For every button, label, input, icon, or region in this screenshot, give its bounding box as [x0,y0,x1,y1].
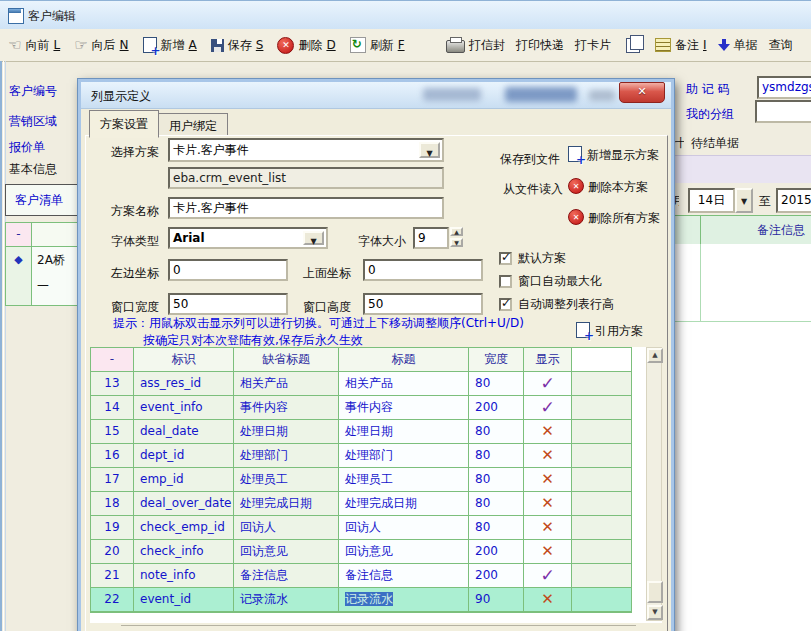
toolbar-save[interactable]: 保存S [211,29,264,61]
grid-cell[interactable]: 处理日期 [339,420,469,444]
toolbar-document[interactable]: 单据 [718,29,758,61]
checkbox-default-plan[interactable]: ✓ 默认方案 [499,250,566,267]
grid-cell[interactable]: 处理员工 [234,468,339,492]
top-coord-input[interactable]: 0 [363,259,483,281]
spin-up-button[interactable]: ▲ [450,227,463,236]
grid-cell[interactable]: 处理日期 [234,420,339,444]
grid-cell[interactable]: ✕ [524,540,572,564]
grid-cell[interactable]: ✓ [524,564,572,588]
grid-cell[interactable]: 200 [469,564,524,588]
grid-cell[interactable]: 21 [91,564,134,588]
toolbar-remark[interactable]: 备注I [655,29,707,61]
grid-cell[interactable]: 事件内容 [234,396,339,420]
read-from-file-button[interactable]: 从文件读入 [503,181,563,198]
grid-cell[interactable]: 处理员工 [339,468,469,492]
toolbar-print-envelope[interactable]: 打信封 [446,29,505,61]
grid-cell[interactable]: 备注信息 [339,564,469,588]
column-config-row[interactable]: 20check_info回访意见回访意见200✕ [91,540,631,564]
save-to-file-button[interactable]: 保存到文件 [500,151,560,168]
toolbar-query[interactable]: 查询 [769,29,793,61]
grid-cell[interactable]: 处理部门 [234,444,339,468]
toolbar-delete[interactable]: 删除D [277,29,335,61]
mnemonic-input[interactable]: ysmdzgs [757,76,811,99]
grid-cell[interactable]: 记录流水 [339,588,469,612]
grid-cell[interactable]: deal_date [134,420,234,444]
chevron-down-icon[interactable] [419,142,440,158]
grid-cell[interactable]: 事件内容 [339,396,469,420]
grid-cell[interactable] [572,564,631,588]
grid-cell[interactable]: dept_id [134,444,234,468]
grid-cell[interactable]: 回访人 [234,516,339,540]
grid-cell[interactable]: event_info [134,396,234,420]
toolbar-print-express[interactable]: 打印快递 [516,29,564,61]
column-config-row[interactable]: 21note_info备注信息备注信息200✓ [91,564,631,588]
grid-cell[interactable]: 回访意见 [234,540,339,564]
grid-cell[interactable] [572,588,631,612]
grid-cell[interactable]: 处理完成日期 [339,492,469,516]
row-marker-cell[interactable]: ◆ [5,246,32,306]
grid-cell[interactable] [572,540,631,564]
grid-cell[interactable]: 回访意见 [339,540,469,564]
grid-cell[interactable]: 相关产品 [339,372,469,396]
column-config-row[interactable]: 18deal_over_date处理完成日期处理完成日期80✕ [91,492,631,516]
grid-cell[interactable]: check_info [134,540,234,564]
toolbar-backward[interactable]: 向后N [74,29,128,61]
column-config-row[interactable]: 14event_info事件内容事件内容200✓ [91,396,631,420]
grid-cell[interactable]: 22 [91,588,134,612]
add-display-plan-button[interactable]: 新增显示方案 [568,146,659,164]
grid-header-cell[interactable]: - [91,348,134,372]
delete-all-plans-button[interactable]: 删除所有方案 [568,209,660,227]
grid-header-cell[interactable]: 标识 [134,348,234,372]
grid-cell[interactable]: 200 [469,396,524,420]
scroll-down-button[interactable]: ▼ [647,605,663,620]
toolbar-add[interactable]: 新增A [143,29,197,61]
grid-cell[interactable]: ✕ [524,516,572,540]
close-button[interactable]: ✕ [619,82,665,103]
column-config-row[interactable]: 15deal_date处理日期处理日期80✕ [91,420,631,444]
toolbar-print-card[interactable]: 打卡片 [575,29,611,61]
grid-cell[interactable]: check_emp_id [134,516,234,540]
grid-header-cell[interactable]: 显示 [524,348,572,372]
grid-cell[interactable] [572,396,631,420]
grid-header-cell[interactable]: 标题 [339,348,469,372]
grid-cell[interactable]: 17 [91,468,134,492]
delete-plan-button[interactable]: 删除本方案 [568,178,648,196]
grid-cell[interactable]: ✕ [524,588,572,612]
grid-cell[interactable]: ✕ [524,444,572,468]
toolbar-copy-pages[interactable] [622,29,644,61]
grid-cell[interactable] [572,468,631,492]
grid-cell[interactable]: 记录流水 [234,588,339,612]
grid-cell[interactable]: deal_over_date [134,492,234,516]
grid-cell[interactable]: 15 [91,420,134,444]
grid-cell[interactable]: ✕ [524,492,572,516]
grid-cell[interactable]: event_id [134,588,234,612]
grid-cell[interactable]: note_info [134,564,234,588]
grid-cell[interactable]: 80 [469,468,524,492]
checkbox-auto-maximize[interactable]: ✓ 窗口自动最大化 [499,273,602,290]
column-config-row[interactable]: 17emp_id处理员工处理员工80✕ [91,468,631,492]
grid-header-row[interactable]: -标识缺省标题标题宽度显示 [91,348,631,372]
font-size-input[interactable]: 9 [413,227,449,249]
grid-cell[interactable]: 18 [91,492,134,516]
grid-cell[interactable]: 80 [469,516,524,540]
spin-down-button[interactable]: ▼ [450,238,463,247]
grid-cell[interactable]: 回访人 [339,516,469,540]
font-type-combobox[interactable]: Arial [168,227,328,249]
grid-cell[interactable]: 80 [469,492,524,516]
toolbar-forward[interactable]: 向前L [8,29,60,61]
date-day-input[interactable]: 14日 [688,188,735,213]
grid-cell[interactable]: ✕ [524,420,572,444]
grid-scrollbar[interactable]: ▲ ▼ [646,347,662,621]
window-width-input[interactable]: 50 [168,293,288,315]
grid-cell[interactable] [572,372,631,396]
grid-cell[interactable]: 20 [91,540,134,564]
grid-cell[interactable]: 13 [91,372,134,396]
grid-cell[interactable] [572,444,631,468]
grid-header-cell[interactable]: 缺省标题 [234,348,339,372]
grid-cell[interactable]: ass_res_id [134,372,234,396]
dialog-titlebar[interactable]: 列显示定义 ✕ [81,82,671,109]
grid-header-cell[interactable] [572,348,631,372]
my-group-input[interactable] [755,100,811,123]
select-plan-combobox[interactable]: 卡片.客户事件 [168,138,444,162]
grid-cell[interactable]: ✓ [524,396,572,420]
